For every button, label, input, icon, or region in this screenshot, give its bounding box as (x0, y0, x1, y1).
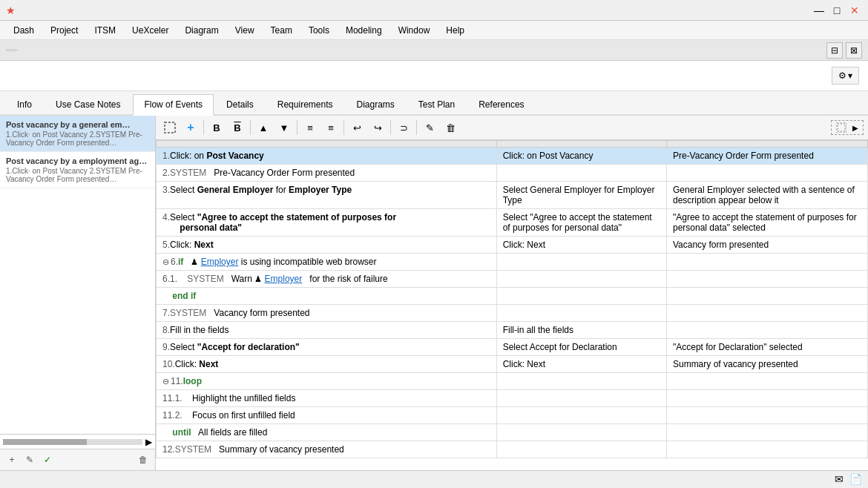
table-row[interactable]: 11.1. Highlight the unfilled fields (157, 390, 868, 407)
breadcrumb-icons: ⊟ ⊠ (826, 42, 862, 59)
step-number-5: 6. (171, 257, 178, 267)
table-row[interactable]: 2.SYSTEM Pre-Vacancy Order Form presente… (157, 165, 868, 182)
toolbar-sep-4 (343, 120, 344, 135)
step-content-3: Select "Agree to accept the statement of… (162, 212, 396, 233)
left-panel-item-1[interactable]: Post vacancy by a employment ager…1.Clic… (0, 152, 155, 188)
menu-item-uexceler[interactable]: UeXceler (125, 24, 176, 37)
tab-details[interactable]: Details (215, 94, 265, 114)
toolbar-down-button[interactable]: ▼ (274, 119, 294, 136)
procedure-cell-10: Select Accept for Declaration (496, 339, 666, 356)
left-item-title-1: Post vacancy by a employment ager… (6, 156, 149, 165)
menu-item-help[interactable]: Help (438, 24, 472, 37)
toolbar-outdent-button[interactable]: ≡ (321, 119, 341, 136)
table-row[interactable]: ⊖11.loop (157, 373, 868, 390)
table-row[interactable]: 5.Click: NextClick: NextVacancy form pre… (157, 237, 868, 254)
menu-item-team[interactable]: Team (263, 24, 300, 37)
toolbar-sep-5 (390, 120, 391, 135)
table-row[interactable]: 6.1. SYSTEM Warn ♟ Employer for the risk… (157, 271, 868, 288)
gear-button[interactable]: ⚙ ▾ (832, 67, 859, 85)
tab-diagrams[interactable]: Diagrams (345, 94, 405, 114)
left-panel-item-0[interactable]: Post vacancy by a general em…1.Click· on… (0, 116, 155, 152)
tab-requirements[interactable]: Requirements (266, 94, 344, 114)
menu-item-tools[interactable]: Tools (301, 24, 337, 37)
menu-item-window[interactable]: Window (391, 24, 438, 37)
toolbar-delete-button[interactable]: 🗑 (441, 119, 460, 136)
table-row[interactable]: 10.Click: NextClick: NextSummary of vaca… (157, 356, 868, 373)
menu-item-dash[interactable]: Dash (6, 24, 42, 37)
expected-cell-1 (666, 165, 867, 182)
table-row[interactable]: ⊖6.if ♟ Employer is using incompatible w… (157, 254, 868, 271)
table-row[interactable]: 7.SYSTEM Vacancy form presented (157, 305, 868, 322)
table-row[interactable]: until All fields are filled (157, 424, 868, 441)
minimize-button[interactable]: — (812, 3, 826, 18)
step-cell-13: 11.1. Highlight the unfilled fields (157, 390, 497, 407)
toolbar-bold2-button[interactable]: B (228, 119, 247, 136)
table-row[interactable]: end if (157, 288, 868, 305)
step-content-16: SYSTEM Summary of vacancy presented (175, 444, 344, 455)
flow-table[interactable]: 1.Click: on Post VacancyClick: on Post V… (156, 140, 868, 470)
table-row[interactable]: 3.Select General Employer for Employer T… (157, 182, 868, 209)
step-cell-6: 6.1. SYSTEM Warn ♟ Employer for the risk… (157, 271, 497, 288)
toolbar-sep-2 (250, 120, 251, 135)
table-row[interactable]: 1.Click: on Post VacancyClick: on Post V… (157, 148, 868, 165)
procedures-header (496, 141, 666, 148)
document-icon[interactable]: 📄 (849, 473, 862, 485)
add-item-button[interactable]: + (4, 452, 19, 467)
tab-use-case-notes[interactable]: Use Case Notes (45, 94, 131, 114)
tab-info[interactable]: Info (6, 94, 43, 114)
toolbar-add-button[interactable]: + (181, 119, 200, 136)
procedure-cell-0: Click: on Post Vacancy (496, 148, 666, 165)
menu-item-diagram[interactable]: Diagram (177, 24, 226, 37)
procedure-cell-5 (496, 254, 666, 271)
toolbar-include-button[interactable]: ⊃ (394, 119, 413, 136)
confirm-item-button[interactable]: ✓ (40, 452, 55, 467)
left-scroll-thumb[interactable] (3, 439, 87, 445)
toolbar-indent-button[interactable]: ≡ (300, 119, 320, 136)
step-number-10: 9. (162, 342, 170, 352)
left-scrollbar[interactable]: ▶ (0, 434, 155, 449)
toolbar-select-button[interactable] (160, 119, 180, 136)
email-icon[interactable]: ✉ (835, 473, 844, 485)
step-number-8: 7. (162, 308, 170, 318)
step-content-9: Fill in the fields (170, 325, 228, 335)
tab-flow-of-events[interactable]: Flow of Events (133, 94, 214, 116)
table-row[interactable]: 4.Select "Agree to accept the statement … (157, 209, 868, 237)
step-cell-9: 8.Fill in the fields (157, 322, 497, 339)
left-controls: + ✎ ✓ 🗑 (0, 449, 155, 470)
left-item-sub-0: 1.Click· on Post Vacancy 2.SYSTEM Pre-Va… (6, 131, 149, 147)
step-content-5: if ♟ Employer is using incompatible web … (178, 257, 376, 267)
breadcrumb-item[interactable] (6, 49, 19, 52)
scroll-right-icon[interactable]: ▶ (145, 437, 152, 447)
table-row[interactable]: 12.SYSTEM Summary of vacancy presented (157, 441, 868, 458)
collapse-icon[interactable]: ⊖ (162, 257, 169, 266)
procedure-cell-3: Select "Agree to accept the statement of… (496, 209, 666, 237)
menu-item-modeling[interactable]: Modeling (338, 24, 389, 37)
toolbar-up-button[interactable]: ▲ (254, 119, 273, 136)
breadcrumb-icon-2[interactable]: ⊠ (846, 42, 862, 59)
toolbar-edit-button[interactable]: ✎ (420, 119, 439, 136)
toolbar-undo-button[interactable]: ↩ (347, 119, 366, 136)
tab-references[interactable]: References (467, 94, 535, 114)
title-controls[interactable]: — □ ✕ (812, 3, 862, 18)
tab-test-plan[interactable]: Test Plan (407, 94, 466, 114)
step-number-2: 3. (162, 185, 170, 195)
table-row[interactable]: 8.Fill in the fieldsFill-in all the fiel… (157, 322, 868, 339)
table-row[interactable]: 11.2. Focus on first unfilled field (157, 407, 868, 424)
close-button[interactable]: ✕ (847, 3, 862, 18)
menu-item-view[interactable]: View (228, 24, 262, 37)
toolbar-redo-button[interactable]: ↪ (368, 119, 387, 136)
toolbar-bold-button[interactable]: B (207, 119, 226, 136)
table-row[interactable]: 9.Select "Accept for declaration"Select … (157, 339, 868, 356)
delete-item-button[interactable]: 🗑 (136, 452, 151, 467)
breadcrumb-icon-1[interactable]: ⊟ (826, 42, 843, 59)
edit-item-button[interactable]: ✎ (22, 452, 37, 467)
step-content-4: Click: Next (170, 240, 214, 250)
gear-icon: ⚙ (838, 70, 846, 81)
menu-item-project[interactable]: Project (43, 24, 85, 37)
step-number-12: 11. (171, 376, 183, 386)
menu-item-itsm[interactable]: ITSM (87, 24, 123, 37)
collapse-icon[interactable]: ⊖ (162, 377, 169, 386)
maximize-button[interactable]: □ (829, 3, 844, 18)
procedure-cell-15 (496, 424, 666, 441)
expected-cell-4: Vacancy form presented (666, 237, 867, 254)
